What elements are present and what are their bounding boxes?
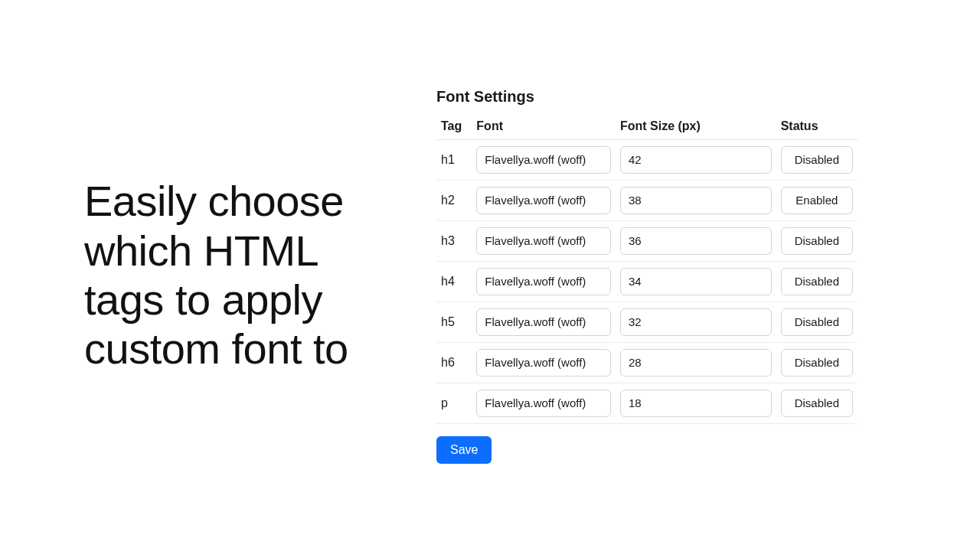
table-row: h4 Flavellya.woff (woff) 34 Disabled bbox=[436, 261, 858, 302]
panel-title: Font Settings bbox=[436, 88, 858, 106]
font-select[interactable]: Flavellya.woff (woff) bbox=[476, 227, 611, 255]
status-toggle[interactable]: Disabled bbox=[781, 349, 853, 377]
tag-label: h4 bbox=[436, 261, 472, 302]
font-select[interactable]: Flavellya.woff (woff) bbox=[476, 308, 611, 336]
col-header-font: Font bbox=[472, 113, 616, 140]
table-row: p Flavellya.woff (woff) 18 Disabled bbox=[436, 383, 858, 423]
font-size-input[interactable]: 28 bbox=[620, 349, 772, 377]
table-row: h5 Flavellya.woff (woff) 32 Disabled bbox=[436, 302, 858, 342]
tag-label: h6 bbox=[436, 342, 472, 383]
table-row: h6 Flavellya.woff (woff) 28 Disabled bbox=[436, 342, 858, 383]
status-toggle[interactable]: Enabled bbox=[781, 187, 853, 214]
font-size-input[interactable]: 32 bbox=[620, 308, 772, 336]
table-row: h1 Flavellya.woff (woff) 42 Disabled bbox=[436, 139, 858, 180]
col-header-size: Font Size (px) bbox=[616, 113, 776, 140]
tag-label: h3 bbox=[436, 220, 472, 261]
font-settings-table: Tag Font Font Size (px) Status h1 Flavel… bbox=[436, 113, 858, 424]
tag-label: h2 bbox=[436, 180, 472, 220]
font-size-input[interactable]: 18 bbox=[620, 390, 772, 417]
main-layout: Easily choose which HTML tags to apply c… bbox=[0, 0, 980, 551]
table-row: h3 Flavellya.woff (woff) 36 Disabled bbox=[436, 220, 858, 261]
font-select[interactable]: Flavellya.woff (woff) bbox=[476, 349, 611, 377]
status-toggle[interactable]: Disabled bbox=[781, 268, 853, 295]
table-row: h2 Flavellya.woff (woff) 38 Enabled bbox=[436, 180, 858, 220]
col-header-tag: Tag bbox=[436, 113, 472, 140]
tag-label: h5 bbox=[436, 302, 472, 342]
col-header-status: Status bbox=[776, 113, 858, 140]
headline-text: Easily choose which HTML tags to apply c… bbox=[84, 177, 368, 374]
left-pane: Easily choose which HTML tags to apply c… bbox=[31, 177, 390, 374]
tag-label: p bbox=[436, 383, 472, 423]
status-toggle[interactable]: Disabled bbox=[781, 390, 853, 417]
status-toggle[interactable]: Disabled bbox=[781, 308, 853, 336]
status-toggle[interactable]: Disabled bbox=[781, 227, 853, 255]
font-size-input[interactable]: 42 bbox=[620, 146, 772, 174]
font-size-input[interactable]: 36 bbox=[620, 227, 772, 255]
settings-panel: Font Settings Tag Font Font Size (px) St… bbox=[390, 88, 949, 464]
tag-label: h1 bbox=[436, 139, 472, 180]
font-select[interactable]: Flavellya.woff (woff) bbox=[476, 146, 611, 174]
font-select[interactable]: Flavellya.woff (woff) bbox=[476, 187, 611, 214]
font-select[interactable]: Flavellya.woff (woff) bbox=[476, 390, 611, 417]
font-select[interactable]: Flavellya.woff (woff) bbox=[476, 268, 611, 295]
save-button[interactable]: Save bbox=[436, 436, 492, 464]
status-toggle[interactable]: Disabled bbox=[781, 146, 853, 174]
font-size-input[interactable]: 38 bbox=[620, 187, 772, 214]
font-size-input[interactable]: 34 bbox=[620, 268, 772, 295]
